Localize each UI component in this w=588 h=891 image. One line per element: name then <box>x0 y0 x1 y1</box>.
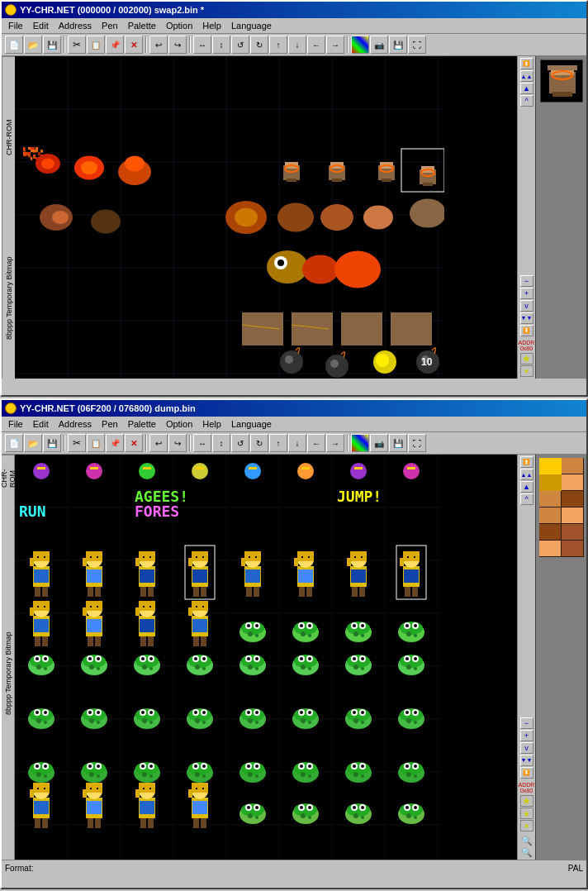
btn-save-2[interactable]: 💾 <box>43 434 61 452</box>
btn-rotate-l-2[interactable]: ↺ <box>231 434 249 452</box>
btn-undo-1[interactable]: ↩ <box>149 36 168 54</box>
menu-file-2[interactable]: File <box>3 417 28 431</box>
scroll-bottom-1[interactable]: ⏬ <box>520 325 533 336</box>
btn-palette-1[interactable] <box>351 36 369 54</box>
btn-shift-r-2[interactable]: → <box>326 434 344 452</box>
addr-label-1: ADDR0x80 <box>519 340 535 352</box>
star-btn-2b[interactable]: ★ <box>520 808 533 819</box>
menu-language-1[interactable]: Language <box>226 19 277 32</box>
content-area-2: CHR-ROM 8bppp Temporary Bitmap ⏫ ▲▲ ▲ ^ … <box>2 455 586 860</box>
btn-move-up-1[interactable]: ↑ <box>269 36 287 54</box>
scroll-extra-1[interactable]: ▼ <box>520 365 533 377</box>
btn-open-1[interactable]: 📂 <box>24 36 42 54</box>
app-icon-2 <box>5 403 17 414</box>
sprite-canvas-2[interactable] <box>15 455 444 860</box>
btn-rotate-l-1[interactable]: ↺ <box>231 36 249 54</box>
menu-address-1[interactable]: Address <box>54 19 97 32</box>
btn-save-1[interactable]: 💾 <box>43 36 61 54</box>
scroll-down-2[interactable]: + <box>520 288 533 299</box>
btn-new-1[interactable]: 📄 <box>5 36 23 54</box>
sprite-canvas-1[interactable] <box>15 56 444 379</box>
menu-edit-2[interactable]: Edit <box>28 417 54 431</box>
menu-help-1[interactable]: Help <box>197 19 226 32</box>
btn-delete-1[interactable]: ✕ <box>125 36 143 54</box>
btn-copy-2[interactable]: 📋 <box>87 434 105 452</box>
btn-cut-2[interactable]: ✂ <box>68 434 86 452</box>
btn-move-up-2[interactable]: ↑ <box>269 434 287 452</box>
scroll-bottom-2[interactable]: ⏬ <box>520 767 533 779</box>
btn-save2-2[interactable]: 💾 <box>389 434 407 452</box>
btn-flip-h-1[interactable]: ↔ <box>193 36 211 54</box>
btn-capture-2[interactable]: 📷 <box>370 434 388 452</box>
menu-edit-1[interactable]: Edit <box>28 19 54 32</box>
scroll-up-med-1[interactable]: ▲ <box>520 83 533 94</box>
btn-copy-1[interactable]: 📋 <box>87 36 105 54</box>
search-btn-2b[interactable]: 🔍 <box>521 847 533 858</box>
btn-flip-h-2[interactable]: ↔ <box>193 434 211 452</box>
scroll-minus-2[interactable]: − <box>520 717 533 729</box>
menu-file-1[interactable]: File <box>3 19 28 32</box>
btn-paste-1[interactable]: 📌 <box>106 36 124 54</box>
btn-zoom-2[interactable]: ⛶ <box>408 434 426 452</box>
btn-shift-l-1[interactable]: ← <box>307 36 325 54</box>
star-btn-1[interactable]: ★ <box>520 353 533 364</box>
btn-new-2[interactable]: 📄 <box>5 434 23 452</box>
btn-capture-1[interactable]: 📷 <box>370 36 388 54</box>
btn-redo-2[interactable]: ↪ <box>168 434 187 452</box>
scroll-down-fast-2[interactable]: ▼▼ <box>520 755 533 766</box>
btn-flip-v-2[interactable]: ↕ <box>212 434 230 452</box>
scroll-up-2[interactable]: ^ <box>520 493 533 505</box>
menu-address-2[interactable]: Address <box>54 417 97 431</box>
btn-flip-v-1[interactable]: ↕ <box>212 36 230 54</box>
menu-language-2[interactable]: Language <box>226 417 277 431</box>
menu-palette-2[interactable]: Palette <box>123 417 161 431</box>
btn-shift-l-2[interactable]: ← <box>307 434 325 452</box>
canvas-area-1[interactable] <box>15 56 517 379</box>
scroll-down-med-1[interactable]: v <box>520 300 533 312</box>
menu-help-2[interactable]: Help <box>197 417 226 431</box>
btn-delete-2[interactable]: ✕ <box>125 434 143 452</box>
title-bar-1: YY-CHR.NET (000000 / 002000) swap2.bin * <box>2 2 586 18</box>
menu-pen-1[interactable]: Pen <box>97 19 123 32</box>
sep-6 <box>145 435 147 451</box>
btn-rotate-r-2[interactable]: ↻ <box>250 434 268 452</box>
scroll-top-1[interactable]: ⏫ <box>520 58 533 69</box>
menu-option-1[interactable]: Option <box>161 19 197 32</box>
star-btn-2a[interactable]: ★ <box>520 795 533 807</box>
preview-canvas-2 <box>539 458 584 557</box>
status-bar-2: Format: PAL <box>2 860 586 876</box>
scroll-top-2[interactable]: ⏫ <box>520 456 533 468</box>
toolbar-1: 📄 📂 💾 ✂ 📋 📌 ✕ ↩ ↪ ↔ ↕ ↺ ↻ ↑ ↓ ← → 📷 💾 ⛶ <box>2 34 586 56</box>
star-btn-2c[interactable]: ★ <box>520 820 533 831</box>
btn-palette-2[interactable] <box>351 434 369 452</box>
btn-undo-2[interactable]: ↩ <box>149 434 168 452</box>
scroll-up-1[interactable]: ^ <box>520 95 533 107</box>
btn-paste-2[interactable]: 📌 <box>106 434 124 452</box>
menu-pen-2[interactable]: Pen <box>97 417 123 431</box>
canvas-area-2[interactable] <box>15 455 517 860</box>
btn-zoom-1[interactable]: ⛶ <box>408 36 426 54</box>
btn-rotate-r-1[interactable]: ↻ <box>250 36 268 54</box>
search-btn-2a[interactable]: 🔍 <box>521 836 533 846</box>
btn-move-down-1[interactable]: ↓ <box>288 36 306 54</box>
scroll-down-v-2[interactable]: v <box>520 742 533 754</box>
btn-open-2[interactable]: 📂 <box>24 434 42 452</box>
chr-rom-label-2: CHR-ROM <box>2 455 14 488</box>
scroll-down-fast-1[interactable]: ▼▼ <box>520 312 533 324</box>
sep-8 <box>347 435 349 451</box>
scroll-up-fast-2[interactable]: ▲▲ <box>520 469 533 480</box>
sep-4 <box>347 36 349 53</box>
scroll-down-1[interactable]: − <box>520 275 533 287</box>
menu-option-2[interactable]: Option <box>161 417 197 431</box>
scroll-up-fast-1[interactable]: ▲▲ <box>520 70 533 82</box>
btn-move-down-2[interactable]: ↓ <box>288 434 306 452</box>
preview-panel-2 <box>535 455 586 860</box>
toolbar-2: 📄 📂 💾 ✂ 📋 📌 ✕ ↩ ↪ ↔ ↕ ↺ ↻ ↑ ↓ ← → 📷 💾 ⛶ <box>2 432 586 455</box>
menu-palette-1[interactable]: Palette <box>123 19 161 32</box>
scroll-plus-2[interactable]: + <box>520 730 533 741</box>
btn-save2-1[interactable]: 💾 <box>389 36 407 54</box>
btn-cut-1[interactable]: ✂ <box>68 36 86 54</box>
btn-redo-1[interactable]: ↪ <box>168 36 187 54</box>
scroll-up-med-2[interactable]: ▲ <box>520 481 533 493</box>
btn-shift-r-1[interactable]: → <box>326 36 344 54</box>
